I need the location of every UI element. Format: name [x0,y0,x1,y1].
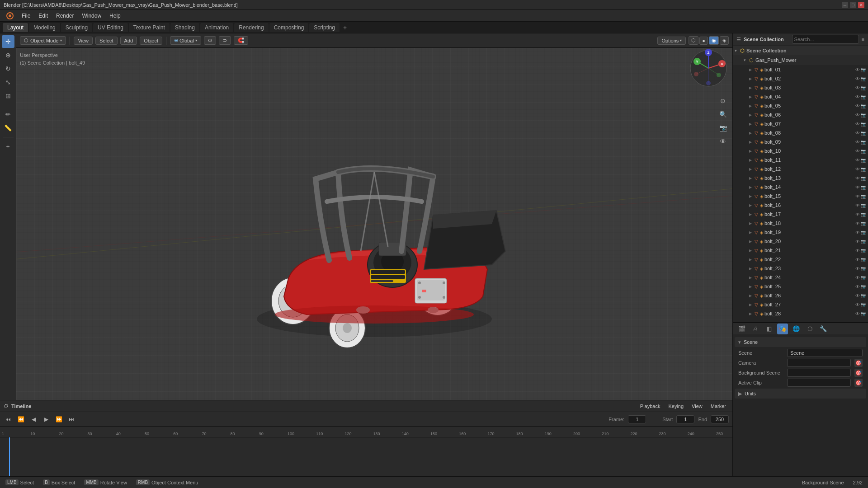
prop-tab-scene[interactable]: 🎭 [777,324,788,334]
visibility-icon[interactable]: 👁 [855,131,860,136]
prop-tab-world[interactable]: 🌐 [791,324,802,334]
visibility-icon[interactable]: 👁 [855,176,860,181]
outliner-item-bolt_03[interactable]: ▶ ▽ ◈ bolt_03 👁 📷 [733,83,868,92]
outliner-item-bolt_07[interactable]: ▶ ▽ ◈ bolt_07 👁 📷 [733,119,868,128]
render-icon[interactable]: 📷 [861,122,866,127]
visibility-icon[interactable]: 👁 [855,257,860,262]
tab-sculpting[interactable]: Sculpting [61,23,92,32]
material-preview-btn[interactable]: ◉ [709,36,719,45]
wireframe-btn[interactable]: ⬡ [689,36,698,45]
scene-collection-row[interactable]: ▾ ⬡ Scene Collection [733,46,868,55]
render-icon[interactable]: 📷 [861,194,866,199]
render-icon[interactable]: 📷 [861,248,866,253]
visibility-icon[interactable]: 👁 [855,248,860,253]
visibility-icon[interactable]: 👁 [855,293,860,298]
render-icon[interactable]: 📷 [861,76,866,81]
visibility-icon[interactable]: 👁 [855,302,860,307]
render-icon[interactable]: 📷 [861,113,866,117]
outliner-item-bolt_10[interactable]: ▶ ▽ ◈ bolt_10 👁 📷 [733,146,868,155]
render-icon[interactable]: 📷 [861,158,866,163]
outliner-item-bolt_24[interactable]: ▶ ▽ ◈ bolt_24 👁 📷 [733,273,868,282]
play-reverse-btn[interactable]: ◀ [29,415,38,424]
visibility-icon[interactable]: 👁 [855,76,860,81]
keying-menu[interactable]: Keying [665,404,686,409]
render-icon[interactable]: 📷 [861,85,866,90]
tab-rendering[interactable]: Rendering [234,23,268,32]
outliner-item-bolt_06[interactable]: ▶ ▽ ◈ bolt_06 👁 📷 [733,110,868,119]
rendered-btn[interactable]: ◈ [720,36,729,45]
solid-btn[interactable]: ● [699,37,708,45]
prop-tab-modifier[interactable]: 🔧 [818,324,829,334]
visibility-icon[interactable]: 👁 [855,194,860,199]
add-workspace-button[interactable]: + [340,23,349,32]
outliner-item-bolt_14[interactable]: ▶ ▽ ◈ bolt_14 👁 📷 [733,183,868,192]
window-controls[interactable]: ─ □ ✕ [842,2,864,8]
outliner-item-bolt_02[interactable]: ▶ ▽ ◈ bolt_02 👁 📷 [733,74,868,83]
render-icon[interactable]: 📷 [861,239,866,244]
render-icon[interactable]: 📷 [861,284,866,289]
current-frame-input[interactable] [628,415,646,423]
render-icon[interactable]: 📷 [861,266,866,271]
tab-scripting[interactable]: Scripting [309,23,340,32]
prop-tab-object[interactable]: ⬡ [804,324,815,334]
outliner-item-bolt_15[interactable]: ▶ ▽ ◈ bolt_15 👁 📷 [733,192,868,201]
visibility-icon[interactable]: 👁 [855,85,860,90]
render-icon[interactable]: 📷 [861,311,866,316]
visibility-icon[interactable]: 👁 [855,67,860,72]
options-button[interactable]: Options ▾ [657,37,686,45]
render-icon[interactable]: 📷 [861,275,866,280]
view-menu-btn[interactable]: View [74,37,93,45]
render-icon[interactable]: 📷 [861,103,866,108]
outliner-item-bolt_23[interactable]: ▶ ▽ ◈ bolt_23 👁 📷 [733,264,868,273]
render-icon[interactable]: 📷 [861,67,866,72]
render-icon[interactable]: 📷 [861,167,866,172]
render-icon[interactable]: 📷 [861,230,866,235]
rotate-tool-btn[interactable]: ↻ [2,62,14,75]
tab-modeling[interactable]: Modeling [29,23,60,32]
visibility-icon[interactable]: 👁 [855,158,860,163]
outliner-item-bolt_08[interactable]: ▶ ▽ ◈ bolt_08 👁 📷 [733,128,868,137]
measure-tool-btn[interactable]: 📏 [2,122,14,134]
visibility-icon[interactable]: 👁 [855,275,860,280]
tab-texture-paint[interactable]: Texture Paint [129,23,170,32]
background-scene-value[interactable] [787,369,851,377]
jump-start-btn[interactable]: ⏮ [4,415,13,424]
tab-animation[interactable]: Animation [200,23,233,32]
render-icon[interactable]: 📷 [861,149,866,154]
visibility-icon[interactable]: 👁 [855,203,860,208]
visibility-icon[interactable]: 👁 [855,311,860,316]
outliner-item-bolt_26[interactable]: ▶ ▽ ◈ bolt_26 👁 📷 [733,291,868,300]
render-icon[interactable]: 📷 [861,176,866,181]
navigation-gizmo[interactable]: X Y Z [688,48,729,89]
outliner-item-bolt_01[interactable]: ▶ ▽ ◈ bolt_01 👁 📷 [733,65,868,74]
annotate-tool-btn[interactable]: ✏ [2,108,14,121]
visibility-icon[interactable]: 👁 [855,103,860,108]
prop-tab-render[interactable]: 🎬 [736,324,747,334]
background-scene-pick-btn[interactable]: 🎯 [854,369,863,377]
active-clip-pick-btn[interactable]: 🎯 [854,379,863,387]
camera-pick-btn[interactable]: 🎯 [854,359,863,367]
visibility-icon[interactable]: 👁 [855,239,860,244]
outliner-filter-icon[interactable]: ≡ [862,37,864,42]
visibility-icon[interactable]: 👁 [855,140,860,145]
snap-btn[interactable]: 🧲 [234,36,248,45]
zoom-to-fit-btn[interactable]: ⊙ [717,95,729,107]
outliner-item-bolt_12[interactable]: ▶ ▽ ◈ bolt_12 👁 📷 [733,164,868,174]
render-icon[interactable]: 📷 [861,257,866,262]
play-btn[interactable]: ▶ [42,415,51,424]
active-clip-value[interactable] [787,379,851,387]
outliner-item-bolt_04[interactable]: ▶ ▽ ◈ bolt_04 👁 📷 [733,92,868,101]
units-section-header[interactable]: ▶ Units [735,389,866,399]
camera-value[interactable] [787,359,851,367]
end-frame-input[interactable] [711,415,729,423]
tab-shading[interactable]: Shading [170,23,199,32]
outliner-item-bolt_21[interactable]: ▶ ▽ ◈ bolt_21 👁 📷 [733,246,868,255]
render-icon[interactable]: 📷 [861,94,866,99]
object-menu-btn[interactable]: Object [140,37,162,45]
visibility-icon[interactable]: 👁 [855,122,860,127]
render-icon[interactable]: 📷 [861,203,866,208]
zoom-in-btn[interactable]: 🔍 [717,108,729,120]
help-menu[interactable]: Help [106,12,124,20]
render-icon[interactable]: 📷 [861,140,866,145]
visibility-icon[interactable]: 👁 [855,185,860,190]
